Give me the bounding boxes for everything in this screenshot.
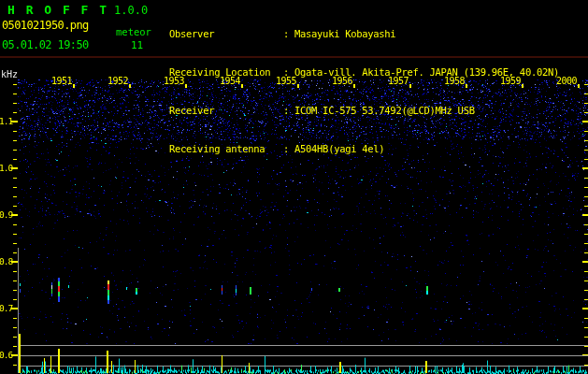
time-label: 1956 [328, 76, 352, 86]
app-version: 1.0.0 [114, 4, 148, 17]
time-label: 1958 [440, 76, 465, 86]
info-colon: : [283, 105, 294, 118]
info-colon: : [283, 28, 294, 41]
time-label: 1955 [272, 76, 296, 86]
freq-label: 1.0 [0, 163, 12, 173]
time-label: 1952 [104, 76, 128, 86]
time-label: 1951 [48, 76, 72, 86]
output-filename: 0501021950.png [2, 19, 89, 32]
station-info-block: Observer:Masayuki Kobayashi Receiving Lo… [169, 3, 559, 180]
info-label: Receiving antenna [169, 143, 283, 156]
info-label: Receiver [169, 105, 283, 118]
info-row-observer: Observer:Masayuki Kobayashi [169, 28, 559, 41]
time-label: 1953 [160, 76, 184, 86]
freq-label: 0.9 [0, 209, 12, 220]
freq-label: 1.1 [0, 116, 12, 126]
info-row-receiver: Receiver:ICOM IC-575 53.7492(@LCD)MHz US… [169, 105, 559, 118]
app-title: H R O F F T [7, 3, 108, 17]
hrofft-image: { "header": { "app_title": "H R O F F T"… [0, 0, 588, 374]
info-label: Observer [169, 28, 283, 41]
info-value: A504HB(yagi 4el) [294, 143, 384, 156]
time-label: 2000 [552, 76, 577, 86]
time-label: 1957 [384, 76, 409, 86]
frequency-unit-label: kHz [1, 69, 18, 79]
echo-count: 11 [131, 39, 143, 51]
plot-area: H R O F F T 1.0.0 0501021950.png meteor … [0, 0, 588, 374]
time-label: 1959 [496, 76, 521, 86]
info-row-antenna: Receiving antenna:A504HB(yagi 4el) [169, 143, 559, 156]
datetime-label: 05.01.02 19:50 [2, 38, 89, 51]
freq-label: 0.6 [0, 350, 12, 360]
freq-label: 0.7 [0, 303, 12, 313]
info-value: ICOM IC-575 53.7492(@LCD)MHz USB [294, 105, 475, 118]
mode-label: meteor [116, 26, 151, 37]
info-value: Masayuki Kobayashi [294, 28, 395, 41]
time-label: 1954 [216, 76, 240, 86]
info-colon: : [283, 143, 294, 156]
freq-label: 0.8 [0, 256, 12, 266]
